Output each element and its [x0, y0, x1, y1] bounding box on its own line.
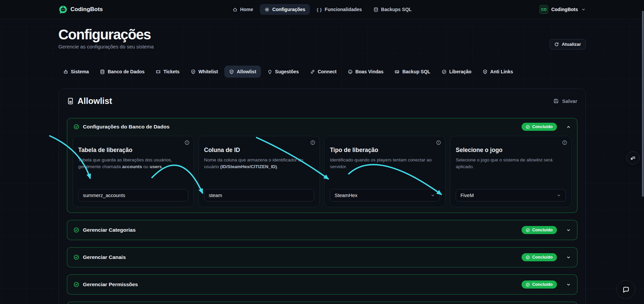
info-icon — [310, 140, 315, 145]
database-icon — [100, 69, 105, 74]
smile-icon — [348, 69, 353, 74]
nav-home[interactable]: Home — [228, 4, 258, 15]
refresh-icon — [554, 42, 559, 47]
tab-anti-links[interactable]: Anti Links — [478, 66, 518, 78]
section-channels: Gerenciar Canais Concluído — [67, 247, 577, 267]
id-column-input[interactable] — [204, 189, 314, 201]
chevron-down-icon[interactable] — [566, 282, 571, 287]
hard-drive-icon — [394, 69, 400, 74]
section-categories-header[interactable]: Gerenciar Categorias Concluído — [67, 220, 577, 240]
info-icon — [184, 140, 190, 145]
database-icon — [373, 7, 378, 12]
shield-x-icon — [483, 69, 488, 74]
check-circle-icon — [73, 281, 79, 288]
nav-backups-sql[interactable]: Backups SQL — [369, 4, 416, 15]
field-card-game: Selecione o jogo Selecione o jogo que o … — [450, 136, 571, 207]
list-settings-icon — [630, 155, 636, 161]
settings-tabs: Sistema Banco de Dados Tickets Whitelist… — [59, 66, 586, 78]
page-title: Configurações — [59, 27, 154, 42]
save-button[interactable]: Salvar — [553, 98, 577, 104]
check-circle-icon — [526, 125, 530, 129]
robot-icon — [63, 69, 68, 74]
check-circle-icon — [526, 255, 530, 260]
status-badge: Concluído — [522, 253, 557, 261]
shield-check-icon — [191, 69, 196, 74]
field-card-id-column: Coluna de ID Nome da coluna que armazena… — [198, 136, 320, 207]
section-permissions-header[interactable]: Gerenciar Permissões Concluído — [67, 275, 577, 294]
status-badge: Concluído — [522, 280, 557, 289]
lightbulb-icon — [267, 69, 272, 74]
nav-funcionalidades[interactable]: { } Funcionalidades — [312, 4, 367, 15]
check-circle-icon — [73, 227, 79, 233]
tab-boas-vindas[interactable]: Boas Vindas — [343, 66, 388, 78]
section-channels-header[interactable]: Gerenciar Canais Concluído — [67, 248, 577, 267]
link-icon — [310, 69, 315, 74]
tab-sugestoes[interactable]: Sugestões — [263, 66, 304, 78]
refresh-button[interactable]: Atualizar — [550, 39, 585, 49]
allowlist-panel: Allowlist Salvar Configurações do Banco … — [59, 88, 586, 304]
check-circle-icon — [526, 228, 530, 232]
chevron-up-icon[interactable] — [566, 124, 571, 129]
check-circle-icon — [526, 282, 530, 287]
check-circle-icon — [73, 254, 79, 260]
section-database-header[interactable]: Configurações do Banco de Dados Concluíd… — [67, 118, 577, 135]
tab-whitelist[interactable]: Whitelist — [186, 66, 223, 78]
game-select[interactable]: FiveM — [456, 189, 566, 201]
home-icon — [232, 7, 237, 12]
section-permissions: Gerenciar Permissões Concluído — [67, 274, 577, 295]
panel-title: Allowlist — [67, 96, 112, 106]
brand-name: CodingBots — [71, 6, 103, 13]
status-badge: Concluído — [522, 226, 557, 234]
tab-tickets[interactable]: Tickets — [151, 66, 184, 78]
info-icon — [436, 140, 441, 145]
check-circle-icon — [442, 69, 447, 74]
chevron-down-icon — [581, 7, 586, 12]
section-partial — [67, 302, 577, 304]
check-circle-icon — [73, 124, 79, 130]
tab-liberacao[interactable]: Liberação — [437, 66, 476, 78]
tab-allowlist[interactable]: Allowlist — [224, 66, 261, 78]
chevron-down-icon — [557, 193, 561, 198]
tab-sistema[interactable]: Sistema — [59, 66, 94, 78]
info-icon — [562, 140, 567, 145]
chevron-down-icon[interactable] — [566, 255, 571, 260]
field-card-release-type: Tipo de liberação Identificado quando os… — [324, 136, 446, 207]
section-categories: Gerenciar Categorias Concluído — [67, 220, 577, 240]
top-navbar: CodingBots Home Configurações { } Funcio… — [0, 0, 644, 19]
field-card-release-table: Tabela de liberação Tabela que guarda as… — [73, 136, 194, 207]
brand-logo[interactable]: CodingBots — [59, 5, 103, 14]
release-table-input[interactable] — [78, 189, 188, 201]
gear-icon — [265, 7, 270, 12]
floating-widget-button[interactable] — [626, 151, 640, 165]
status-badge: Concluído — [522, 123, 557, 131]
ticket-icon — [156, 69, 161, 74]
release-type-select[interactable]: SteamHex — [330, 189, 440, 201]
tab-backup-sql[interactable]: Backup SQL — [390, 66, 435, 78]
scrollbar-thumb[interactable] — [642, 11, 644, 197]
chat-bubble-icon — [622, 286, 630, 294]
tab-connect[interactable]: Connect — [305, 66, 341, 78]
avatar: CO — [539, 5, 548, 14]
user-menu[interactable]: CO CodingBots — [539, 5, 585, 14]
chat-button[interactable] — [616, 280, 635, 299]
chevron-down-icon — [430, 193, 435, 198]
shield-check-icon — [229, 69, 234, 74]
save-icon — [553, 98, 559, 104]
page-subtitle: Gerencie as configurações do seu sistema — [59, 44, 154, 49]
section-database-config: Configurações do Banco de Dados Concluíd… — [67, 118, 577, 213]
main-nav: Home Configurações { } Funcionalidades — [228, 4, 416, 15]
nav-configuracoes[interactable]: Configurações — [260, 4, 310, 15]
braces-icon: { } — [317, 7, 322, 12]
file-badge-icon — [67, 98, 74, 105]
chevron-down-icon[interactable] — [566, 228, 571, 233]
tab-banco-de-dados[interactable]: Banco de Dados — [95, 66, 149, 78]
codingbots-logo-icon — [59, 5, 68, 14]
